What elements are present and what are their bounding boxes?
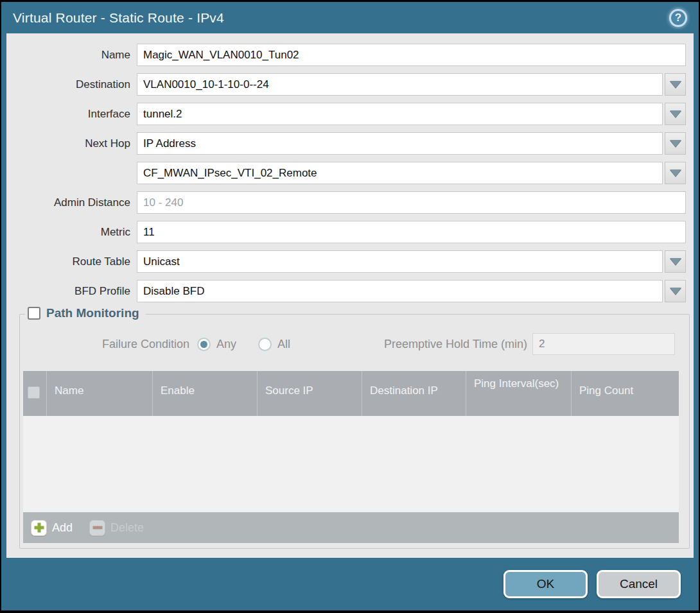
- chevron-down-icon: [670, 169, 681, 177]
- interface-dropdown-button[interactable]: [665, 103, 686, 125]
- metric-input[interactable]: [137, 221, 686, 243]
- all-radio-label: All: [277, 338, 290, 351]
- table-header-row: Name Enable Source IP Destination IP Pin…: [23, 371, 679, 416]
- destination-dropdown-button[interactable]: [665, 73, 686, 96]
- next-hop-address-input[interactable]: [137, 162, 663, 184]
- path-monitoring-checkbox[interactable]: [28, 307, 40, 320]
- name-row: Name: [6, 44, 686, 66]
- next-hop-row: Next Hop: [6, 132, 686, 155]
- failure-condition-all: All: [258, 338, 290, 351]
- path-monitoring-section: Path Monitoring Failure Condition Any Al…: [19, 314, 690, 549]
- path-monitoring-legend: Path Monitoring: [25, 306, 146, 320]
- admin-distance-row: Admin Distance: [6, 191, 686, 214]
- bfd-profile-row: BFD Profile: [6, 280, 686, 302]
- path-monitoring-table: Name Enable Source IP Destination IP Pin…: [23, 371, 679, 543]
- delete-button-label: Delete: [110, 521, 144, 535]
- failure-condition-row: Failure Condition Any All Preemptive Hol…: [22, 332, 680, 356]
- failure-condition-label: Failure Condition: [22, 338, 197, 351]
- admin-distance-label: Admin Distance: [6, 196, 137, 209]
- dialog-titlebar: Virtual Router - Static Route - IPv4 ?: [1, 2, 699, 33]
- select-all-cell: [23, 371, 47, 416]
- next-hop-address-row: [6, 162, 686, 184]
- chevron-down-icon: [670, 140, 681, 147]
- delete-button[interactable]: Delete: [89, 520, 144, 536]
- dialog-body: Name Destination Interface: [6, 33, 694, 558]
- table-toolbar: Add Delete: [23, 512, 679, 543]
- chevron-down-icon: [670, 258, 681, 265]
- add-button-label: Add: [52, 521, 73, 535]
- column-header-ping-interval: Ping Interval(sec): [466, 371, 572, 416]
- column-header-source-ip: Source IP: [258, 371, 362, 416]
- help-glyph: ?: [675, 12, 681, 24]
- next-hop-label: Next Hop: [6, 137, 137, 150]
- route-table-label: Route Table: [6, 255, 137, 268]
- interface-input[interactable]: [137, 103, 663, 125]
- route-table-input[interactable]: [137, 250, 663, 273]
- preemptive-hold-time-label: Preemptive Hold Time (min): [384, 338, 532, 351]
- name-label: Name: [6, 49, 137, 62]
- ok-button[interactable]: OK: [503, 570, 588, 598]
- next-hop-type-dropdown-button[interactable]: [665, 132, 686, 155]
- route-table-dropdown-button[interactable]: [665, 250, 686, 273]
- dialog-title: Virtual Router - Static Route - IPv4: [13, 10, 224, 26]
- any-radio-label: Any: [216, 338, 236, 351]
- column-header-enable: Enable: [153, 371, 258, 416]
- name-input[interactable]: [137, 44, 686, 66]
- any-radio[interactable]: [197, 338, 211, 351]
- preemptive-hold-time-input[interactable]: [532, 333, 675, 355]
- chevron-down-icon: [670, 81, 681, 88]
- column-header-destination-ip: Destination IP: [362, 371, 466, 416]
- route-table-row: Route Table: [6, 250, 686, 273]
- next-hop-type-input[interactable]: [137, 132, 663, 155]
- destination-label: Destination: [6, 78, 137, 91]
- bfd-profile-dropdown-button[interactable]: [665, 280, 686, 302]
- help-icon[interactable]: ?: [669, 9, 687, 27]
- metric-label: Metric: [6, 226, 137, 239]
- destination-row: Destination: [6, 73, 686, 96]
- add-button[interactable]: Add: [31, 520, 73, 536]
- table-body-empty: [23, 416, 679, 512]
- admin-distance-input[interactable]: [137, 191, 686, 214]
- column-header-name: Name: [47, 371, 153, 416]
- minus-icon: [89, 520, 105, 536]
- cancel-button[interactable]: Cancel: [597, 570, 681, 598]
- chevron-down-icon: [670, 110, 681, 117]
- interface-label: Interface: [6, 108, 137, 121]
- interface-row: Interface: [6, 103, 686, 125]
- next-hop-address-dropdown-button[interactable]: [665, 162, 686, 184]
- metric-row: Metric: [6, 221, 686, 243]
- bfd-profile-input[interactable]: [137, 280, 663, 302]
- all-radio[interactable]: [258, 338, 272, 351]
- select-all-checkbox[interactable]: [28, 386, 40, 399]
- failure-condition-any: Any: [197, 338, 236, 351]
- static-route-dialog: Virtual Router - Static Route - IPv4 ? N…: [1, 2, 699, 610]
- column-header-ping-count: Ping Count: [572, 371, 679, 416]
- dialog-footer: OK Cancel: [1, 558, 699, 610]
- destination-input[interactable]: [137, 73, 663, 96]
- plus-icon: [31, 520, 47, 536]
- chevron-down-icon: [670, 288, 681, 295]
- path-monitoring-title: Path Monitoring: [46, 306, 139, 320]
- bfd-profile-label: BFD Profile: [6, 285, 137, 298]
